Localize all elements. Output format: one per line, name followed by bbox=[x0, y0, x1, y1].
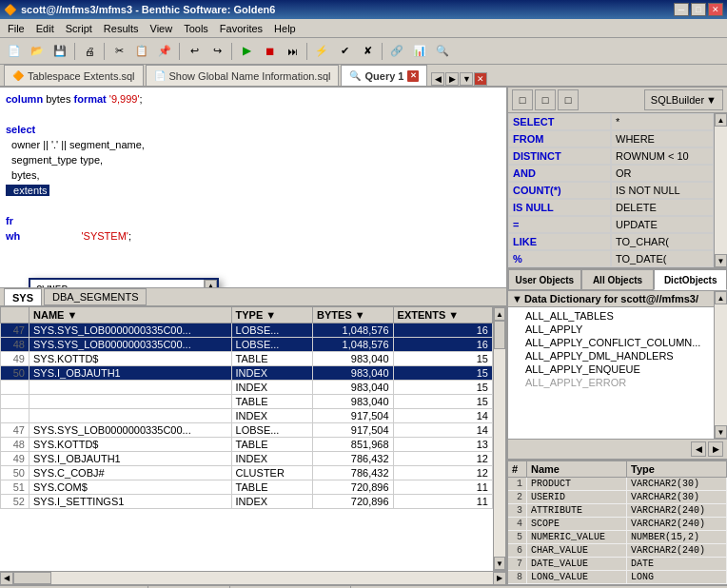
nt-row[interactable]: 2 USERID VARCHAR2(30) bbox=[508, 491, 727, 504]
sqb-scrollbar[interactable]: ▲ ▼ bbox=[714, 113, 727, 267]
menu-help[interactable]: Help bbox=[268, 21, 302, 36]
maximize-button[interactable]: □ bbox=[691, 3, 706, 16]
dict-item-ALL_ALL_TABLES[interactable]: ALL_ALL_TABLES bbox=[523, 309, 712, 323]
stop-button[interactable]: ⏹ bbox=[259, 41, 280, 62]
desc-button[interactable]: 📊 bbox=[409, 41, 430, 62]
sqb-SELECT[interactable]: SELECT bbox=[508, 113, 611, 130]
table-row[interactable]: 48 SYS.KOTTD$ TABLE 851,968 13 bbox=[1, 438, 493, 452]
table-row[interactable]: 50 SYS.C_COBJ# CLUSTER 786,432 12 bbox=[1, 466, 493, 480]
dict-scrollbar[interactable]: ▲ ▼ bbox=[714, 291, 727, 439]
undo-button[interactable]: ↩ bbox=[184, 41, 205, 62]
col-type[interactable]: TYPE ▼ bbox=[231, 307, 313, 323]
menu-script[interactable]: Script bbox=[60, 21, 98, 36]
save-button[interactable]: 💾 bbox=[49, 41, 70, 62]
minimize-button[interactable]: ─ bbox=[674, 3, 689, 16]
sql-editor[interactable]: column bytes format '9,999'; select owne… bbox=[0, 88, 506, 287]
col-bytes[interactable]: BYTES ▼ bbox=[313, 307, 393, 323]
horiz-scrollbar[interactable]: ◀ ▶ bbox=[0, 571, 506, 584]
table-row[interactable]: 47 SYS.SYS_LOB0000000335C00... LOBSE... … bbox=[1, 423, 493, 438]
sqb-AND[interactable]: AND bbox=[508, 165, 611, 182]
dict-item-ALL_APPLY[interactable]: ALL_APPLY bbox=[523, 323, 712, 336]
nt-row[interactable]: 4 SCOPE VARCHAR2(240) bbox=[508, 518, 727, 531]
sqb-star[interactable]: * bbox=[611, 113, 714, 130]
tab-close-query1[interactable]: ✕ bbox=[407, 70, 419, 82]
menu-edit[interactable]: Edit bbox=[30, 21, 60, 36]
table-row[interactable]: 51 SYS.COM$ TABLE 720,896 11 bbox=[1, 480, 493, 495]
sqb-btn1[interactable]: □ bbox=[512, 89, 533, 110]
scroll-right-button[interactable]: ▶ bbox=[493, 572, 506, 585]
run-all-button[interactable]: ⏭ bbox=[282, 41, 303, 62]
commit-button[interactable]: ✔ bbox=[334, 41, 355, 62]
explain-button[interactable]: ⚡ bbox=[311, 41, 332, 62]
nt-row[interactable]: 3 ATTRIBUTE VARCHAR2(240) bbox=[508, 504, 727, 518]
tab-tablespace[interactable]: 🔶 Tablespace Extents.sql bbox=[4, 65, 144, 86]
redo-button[interactable]: ↪ bbox=[206, 41, 227, 62]
tab-next-button[interactable]: ▶ bbox=[445, 72, 459, 86]
paste-button[interactable]: 📌 bbox=[154, 41, 175, 62]
table-row[interactable]: INDEX 917,504 14 bbox=[1, 409, 493, 423]
table-row[interactable]: 52 SYS.I_SETTINGS1 INDEX 720,896 11 bbox=[1, 495, 493, 509]
col-extents[interactable]: EXTENTS ▼ bbox=[393, 307, 492, 323]
sqb-FROM[interactable]: FROM bbox=[508, 130, 611, 147]
sqb-DELETE[interactable]: DELETE bbox=[611, 199, 714, 216]
tab-dict-objects[interactable]: DictObjects bbox=[654, 269, 727, 290]
sqb-scroll-up[interactable]: ▲ bbox=[715, 113, 727, 127]
print-button[interactable]: 🖨 bbox=[79, 41, 100, 62]
sqb-DISTINCT[interactable]: DISTINCT bbox=[508, 147, 611, 165]
sqb-LIKE[interactable]: LIKE bbox=[508, 233, 611, 250]
find-button[interactable]: 🔍 bbox=[432, 41, 453, 62]
menu-tools[interactable]: Tools bbox=[178, 21, 214, 36]
tab-prev-button[interactable]: ◀ bbox=[431, 72, 444, 86]
copy-button[interactable]: 📋 bbox=[131, 41, 152, 62]
ac-item-owner[interactable]: OWNER bbox=[30, 280, 202, 287]
scroll-down-button[interactable]: ▼ bbox=[494, 557, 505, 570]
scroll-left-button[interactable]: ◀ bbox=[0, 572, 13, 585]
dict-item-ALL_APPLY_ERROR[interactable]: ALL_APPLY_ERROR bbox=[523, 376, 712, 389]
sqb-btn3[interactable]: □ bbox=[558, 89, 579, 110]
nt-row[interactable]: 7 DATE_VALUE DATE bbox=[508, 558, 727, 571]
panel-left-arrow[interactable]: ◀ bbox=[691, 441, 706, 457]
sqb-UPDATE[interactable]: UPDATE bbox=[611, 216, 714, 233]
sqb-TO_CHAR[interactable]: TO_CHAR( bbox=[611, 233, 714, 250]
close-button[interactable]: ✕ bbox=[708, 3, 723, 16]
dict-collapse-icon[interactable]: ▼ bbox=[512, 293, 522, 304]
results-scrollbar[interactable]: ▲ ▼ bbox=[493, 306, 506, 571]
menu-favorites[interactable]: Favorites bbox=[214, 21, 268, 36]
sqb-btn2[interactable]: □ bbox=[535, 89, 556, 110]
dict-scroll-down[interactable]: ▼ bbox=[715, 425, 727, 439]
dict-item-ALL_APPLY_DML[interactable]: ALL_APPLY_DML_HANDLERS bbox=[523, 349, 712, 363]
sqb-WHERE[interactable]: WHERE bbox=[611, 130, 714, 147]
table-row[interactable]: 48 SYS.SYS_LOB0000000335C00... LOBSE... … bbox=[1, 338, 493, 352]
tab-query1[interactable]: 🔍 Query 1 ✕ bbox=[341, 65, 427, 86]
col-name[interactable]: NAME ▼ bbox=[29, 307, 232, 323]
tab-user-objects[interactable]: User Objects bbox=[508, 269, 581, 290]
new-button[interactable]: 📄 bbox=[4, 41, 25, 62]
tab-globalname[interactable]: 📄 Show Global Name Information.sql bbox=[146, 65, 340, 86]
sqlbuilder-dropdown[interactable]: SQLBuilder ▼ bbox=[644, 89, 723, 110]
nt-row[interactable]: 6 CHAR_VALUE VARCHAR2(240) bbox=[508, 544, 727, 558]
sqb-equals[interactable]: = bbox=[508, 216, 611, 233]
rollback-button[interactable]: ✘ bbox=[357, 41, 378, 62]
tab-add-button[interactable]: ✕ bbox=[474, 72, 487, 86]
sqb-COUNT[interactable]: COUNT(*) bbox=[508, 182, 611, 199]
sqb-percent[interactable]: % bbox=[508, 250, 611, 267]
tab-all-objects[interactable]: All Objects bbox=[581, 269, 655, 290]
nt-row[interactable]: 1 PRODUCT VARCHAR2(30) bbox=[508, 478, 727, 491]
nt-row[interactable]: 8 LONG_VALUE LONG bbox=[508, 571, 727, 584]
sqb-TO_DATE[interactable]: TO_DATE( bbox=[611, 250, 714, 267]
scroll-up-button[interactable]: ▲ bbox=[494, 307, 505, 321]
table-row[interactable]: 50 SYS.I_OBJAUTH1 INDEX 983,040 15 bbox=[1, 366, 493, 381]
sqb-scroll-down[interactable]: ▼ bbox=[715, 254, 727, 267]
menu-view[interactable]: View bbox=[145, 21, 179, 36]
sqb-ROWNUM[interactable]: ROWNUM < 10 bbox=[611, 147, 714, 165]
table-row[interactable]: TABLE 983,040 15 bbox=[1, 395, 493, 409]
menu-file[interactable]: File bbox=[2, 21, 30, 36]
table-row[interactable]: 49 SYS.KOTTD$ TABLE 983,040 15 bbox=[1, 352, 493, 366]
tab-dropdown-button[interactable]: ▼ bbox=[460, 72, 473, 86]
dict-item-ALL_APPLY_CONFLICT[interactable]: ALL_APPLY_CONFLICT_COLUMN... bbox=[523, 336, 712, 349]
table-row[interactable]: INDEX 983,040 15 bbox=[1, 381, 493, 395]
open-button[interactable]: 📂 bbox=[27, 41, 48, 62]
dict-scroll-up[interactable]: ▲ bbox=[715, 291, 727, 304]
results-tab-sys[interactable]: SYS bbox=[4, 288, 42, 305]
results-tab-dba-segments[interactable]: DBA_SEGMENTS bbox=[44, 288, 147, 305]
